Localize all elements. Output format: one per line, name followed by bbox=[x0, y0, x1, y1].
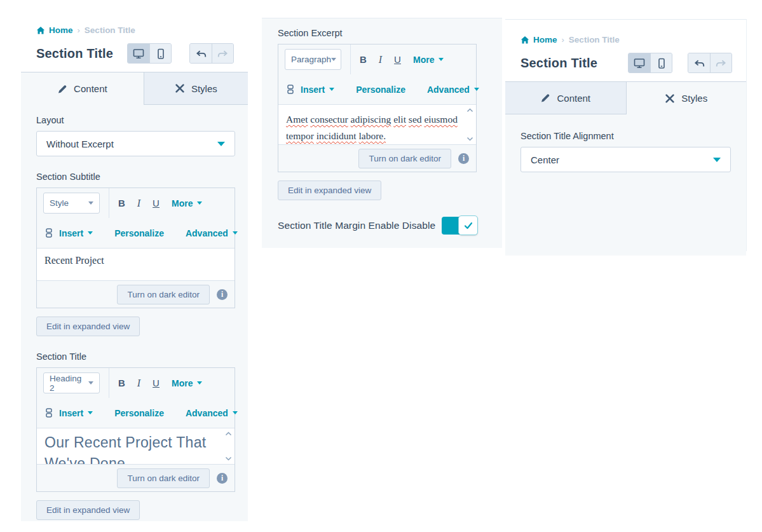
text-style-select[interactable]: Paragraph bbox=[285, 49, 341, 70]
breadcrumb-home-link[interactable]: Home bbox=[36, 25, 73, 35]
desktop-icon bbox=[634, 58, 645, 69]
info-icon[interactable]: i bbox=[217, 473, 228, 484]
bold-button[interactable]: B bbox=[355, 54, 372, 65]
scroll-up-icon[interactable] bbox=[225, 432, 232, 436]
advanced-menu-button[interactable]: Advanced bbox=[179, 408, 245, 418]
mobile-view-button[interactable] bbox=[650, 53, 672, 72]
more-menu-button[interactable]: More bbox=[165, 378, 209, 388]
undo-button[interactable] bbox=[190, 44, 212, 63]
subtitle-editable-area[interactable]: Recent Project bbox=[37, 248, 235, 281]
desktop-view-button[interactable] bbox=[128, 44, 149, 63]
tab-content[interactable]: Content bbox=[505, 82, 626, 114]
redo-icon bbox=[715, 58, 727, 69]
chevron-down-icon bbox=[217, 142, 225, 146]
chevron-down-icon bbox=[713, 158, 721, 162]
scroll-down-icon[interactable] bbox=[466, 137, 473, 141]
title-editable-area[interactable]: Our Recent Project That We've Done bbox=[37, 428, 235, 465]
page-title: Section Title bbox=[520, 56, 628, 71]
more-menu-button[interactable]: More bbox=[406, 55, 451, 65]
insert-menu-button[interactable]: Insert bbox=[52, 228, 100, 238]
expand-view-button[interactable]: Edit in expanded view bbox=[36, 500, 140, 520]
text-style-select[interactable]: Style bbox=[43, 193, 100, 214]
underline-button[interactable]: U bbox=[147, 378, 165, 388]
more-menu-button[interactable]: More bbox=[165, 198, 209, 208]
personalize-button[interactable]: Personalize bbox=[107, 408, 171, 418]
personalize-button[interactable]: Personalize bbox=[107, 228, 171, 238]
underline-button[interactable]: U bbox=[147, 198, 165, 208]
styles-sidebar-panel: Home › Section Title Section Title bbox=[505, 19, 747, 251]
breadcrumb: Home › Section Title bbox=[36, 25, 234, 35]
desktop-view-button[interactable] bbox=[629, 53, 650, 72]
sidebar-tabs: Content Styles bbox=[21, 72, 248, 105]
breadcrumb-current: Section Title bbox=[569, 35, 620, 44]
styles-brush-icon bbox=[175, 83, 185, 93]
chevron-down-icon bbox=[329, 88, 334, 91]
toolbar-divider bbox=[350, 44, 351, 74]
expand-view-button[interactable]: Edit in expanded view bbox=[36, 317, 140, 336]
italic-button[interactable]: I bbox=[372, 54, 389, 65]
tab-styles[interactable]: Styles bbox=[626, 82, 747, 114]
chevron-down-icon bbox=[88, 411, 93, 414]
redo-button[interactable] bbox=[710, 53, 731, 72]
dark-editor-button[interactable]: Turn on dark editor bbox=[117, 285, 210, 304]
breadcrumb-current: Section Title bbox=[85, 25, 135, 35]
excerpt-editable-area[interactable]: Amet consectur adipiscing elit sed eiusm… bbox=[278, 104, 476, 145]
dark-editor-button[interactable]: Turn on dark editor bbox=[117, 468, 210, 488]
desktop-icon bbox=[133, 48, 144, 59]
bold-button[interactable]: B bbox=[113, 198, 130, 208]
advanced-menu-button[interactable]: Advanced bbox=[420, 85, 486, 95]
redo-button[interactable] bbox=[212, 44, 233, 63]
bold-button[interactable]: B bbox=[113, 378, 130, 388]
alignment-select[interactable]: Center bbox=[520, 147, 731, 172]
toolbar-divider bbox=[109, 368, 109, 398]
insert-menu-button[interactable]: Insert bbox=[294, 85, 341, 95]
excerpt-field-label: Section Excerpt bbox=[278, 28, 477, 38]
tab-content-label: Content bbox=[557, 93, 590, 104]
text-style-select[interactable]: Heading 2 bbox=[43, 372, 100, 393]
layout-field-label: Layout bbox=[36, 115, 235, 125]
chevron-down-icon bbox=[331, 58, 336, 61]
snippet-icon bbox=[287, 85, 294, 94]
tab-styles[interactable]: Styles bbox=[144, 72, 248, 105]
mobile-icon bbox=[656, 58, 667, 69]
italic-button[interactable]: I bbox=[130, 378, 147, 389]
history-group bbox=[688, 53, 732, 73]
italic-button[interactable]: I bbox=[130, 198, 147, 209]
tab-content-label: Content bbox=[74, 83, 107, 94]
breadcrumb-separator: › bbox=[562, 35, 564, 44]
panel-header: Home › Section Title Section Title bbox=[21, 0, 248, 72]
breadcrumb-home-link[interactable]: Home bbox=[520, 35, 557, 44]
text-style-value: Heading 2 bbox=[50, 374, 88, 393]
info-icon[interactable]: i bbox=[217, 289, 228, 300]
snippet-icon bbox=[46, 408, 52, 418]
margin-toggle-label: Section Title Margin Enable Disable bbox=[278, 220, 435, 231]
personalize-button[interactable]: Personalize bbox=[349, 85, 412, 95]
title-field-label: Section Title bbox=[36, 351, 235, 362]
breadcrumb-home-label: Home bbox=[49, 25, 73, 35]
underline-button[interactable]: U bbox=[389, 54, 406, 65]
margin-toggle[interactable] bbox=[442, 217, 477, 235]
subtitle-field-label: Section Subtitle bbox=[36, 172, 235, 182]
chevron-down-icon bbox=[439, 58, 444, 61]
chevron-down-icon bbox=[197, 381, 202, 385]
chevron-down-icon bbox=[233, 231, 238, 235]
chevron-down-icon bbox=[88, 231, 93, 235]
breadcrumb-separator: › bbox=[78, 25, 80, 35]
mobile-icon bbox=[155, 48, 167, 59]
tab-content[interactable]: Content bbox=[21, 72, 144, 105]
layout-select[interactable]: Without Excerpt bbox=[36, 131, 235, 156]
insert-menu-button[interactable]: Insert bbox=[52, 408, 100, 418]
alignment-field-label: Section Title Alignment bbox=[520, 131, 731, 141]
mobile-view-button[interactable] bbox=[149, 44, 171, 63]
editor-scrollbar bbox=[224, 432, 233, 461]
info-icon[interactable]: i bbox=[458, 153, 469, 164]
dark-editor-button[interactable]: Turn on dark editor bbox=[358, 149, 451, 168]
scroll-up-icon[interactable] bbox=[466, 108, 473, 113]
undo-icon bbox=[195, 48, 207, 59]
expand-view-button[interactable]: Edit in expanded view bbox=[278, 181, 381, 200]
scroll-down-icon[interactable] bbox=[225, 456, 232, 461]
advanced-menu-button[interactable]: Advanced bbox=[179, 228, 245, 238]
text-style-value: Paragraph bbox=[291, 55, 331, 64]
toggle-knob bbox=[458, 215, 478, 235]
undo-button[interactable] bbox=[688, 53, 710, 72]
